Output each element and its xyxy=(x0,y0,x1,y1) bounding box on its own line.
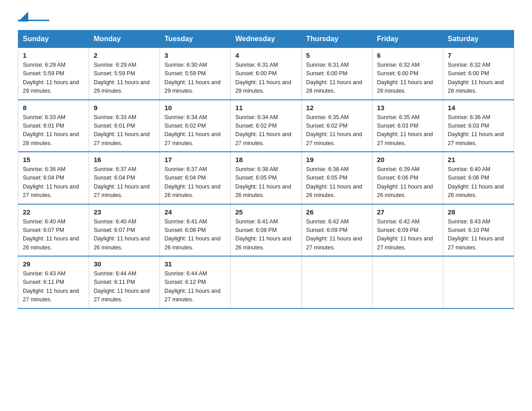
day-info: Sunrise: 6:34 AMSunset: 6:02 PMDaylight:… xyxy=(164,113,226,148)
day-number: 14 xyxy=(448,104,509,111)
calendar-week-row: 1 Sunrise: 6:29 AMSunset: 5:59 PMDayligh… xyxy=(18,48,514,100)
col-header-tuesday: Tuesday xyxy=(160,30,231,48)
day-info: Sunrise: 6:33 AMSunset: 6:01 PMDaylight:… xyxy=(94,113,155,148)
calendar-week-row: 22 Sunrise: 6:40 AMSunset: 6:07 PMDaylig… xyxy=(18,204,514,257)
day-info: Sunrise: 6:31 AMSunset: 6:00 PMDaylight:… xyxy=(306,61,368,96)
day-number: 28 xyxy=(448,208,509,216)
calendar-cell: 3 Sunrise: 6:30 AMSunset: 5:59 PMDayligh… xyxy=(160,48,231,100)
day-number: 21 xyxy=(448,156,509,163)
day-info: Sunrise: 6:34 AMSunset: 6:02 PMDaylight:… xyxy=(235,113,296,148)
day-number: 27 xyxy=(377,208,438,216)
calendar-cell: 8 Sunrise: 6:33 AMSunset: 6:01 PMDayligh… xyxy=(18,100,89,152)
day-info: Sunrise: 6:40 AMSunset: 6:06 PMDaylight:… xyxy=(448,165,509,200)
col-header-monday: Monday xyxy=(89,30,160,48)
day-info: Sunrise: 6:32 AMSunset: 6:00 PMDaylight:… xyxy=(377,61,438,96)
day-number: 18 xyxy=(235,156,296,163)
day-info: Sunrise: 6:43 AMSunset: 6:10 PMDaylight:… xyxy=(448,218,509,253)
day-number: 6 xyxy=(377,51,438,59)
calendar-cell: 17 Sunrise: 6:37 AMSunset: 6:04 PMDaylig… xyxy=(160,152,231,204)
day-info: Sunrise: 6:41 AMSunset: 6:08 PMDaylight:… xyxy=(235,218,296,253)
calendar-cell: 5 Sunrise: 6:31 AMSunset: 6:00 PMDayligh… xyxy=(301,48,372,100)
day-info: Sunrise: 6:42 AMSunset: 6:09 PMDaylight:… xyxy=(306,218,368,253)
col-header-sunday: Sunday xyxy=(18,30,89,48)
day-number: 10 xyxy=(164,104,226,111)
day-number: 30 xyxy=(94,260,155,268)
col-header-thursday: Thursday xyxy=(301,30,372,48)
calendar-cell: 1 Sunrise: 6:29 AMSunset: 5:59 PMDayligh… xyxy=(18,48,89,100)
day-info: Sunrise: 6:44 AMSunset: 6:12 PMDaylight:… xyxy=(164,270,226,304)
calendar-cell: 20 Sunrise: 6:39 AMSunset: 6:06 PMDaylig… xyxy=(372,152,443,204)
calendar-cell: 21 Sunrise: 6:40 AMSunset: 6:06 PMDaylig… xyxy=(443,152,514,204)
day-info: Sunrise: 6:31 AMSunset: 6:00 PMDaylight:… xyxy=(235,61,296,96)
calendar-table: SundayMondayTuesdayWednesdayThursdayFrid… xyxy=(18,30,514,309)
day-number: 15 xyxy=(23,156,84,163)
calendar-cell: 12 Sunrise: 6:35 AMSunset: 6:02 PMDaylig… xyxy=(301,100,372,152)
calendar-week-row: 8 Sunrise: 6:33 AMSunset: 6:01 PMDayligh… xyxy=(18,100,514,152)
day-info: Sunrise: 6:36 AMSunset: 6:04 PMDaylight:… xyxy=(23,165,84,200)
calendar-cell: 14 Sunrise: 6:36 AMSunset: 6:03 PMDaylig… xyxy=(443,100,514,152)
calendar-week-row: 29 Sunrise: 6:43 AMSunset: 6:11 PMDaylig… xyxy=(18,256,514,308)
day-info: Sunrise: 6:30 AMSunset: 5:59 PMDaylight:… xyxy=(164,61,226,96)
day-info: Sunrise: 6:36 AMSunset: 6:03 PMDaylight:… xyxy=(448,113,509,148)
calendar-cell xyxy=(301,256,372,308)
calendar-cell: 7 Sunrise: 6:32 AMSunset: 6:00 PMDayligh… xyxy=(443,48,514,100)
calendar-cell: 27 Sunrise: 6:42 AMSunset: 6:09 PMDaylig… xyxy=(372,204,443,257)
day-number: 25 xyxy=(235,208,296,216)
calendar-cell: 28 Sunrise: 6:43 AMSunset: 6:10 PMDaylig… xyxy=(443,204,514,257)
day-info: Sunrise: 6:44 AMSunset: 6:11 PMDaylight:… xyxy=(94,270,155,304)
col-header-wednesday: Wednesday xyxy=(231,30,301,48)
day-number: 1 xyxy=(23,51,84,59)
calendar-cell: 18 Sunrise: 6:38 AMSunset: 6:05 PMDaylig… xyxy=(231,152,301,204)
calendar-cell xyxy=(443,256,514,308)
calendar-cell: 25 Sunrise: 6:41 AMSunset: 6:08 PMDaylig… xyxy=(231,204,301,257)
day-number: 16 xyxy=(94,156,155,163)
calendar-cell: 9 Sunrise: 6:33 AMSunset: 6:01 PMDayligh… xyxy=(89,100,160,152)
day-number: 12 xyxy=(306,104,368,111)
day-info: Sunrise: 6:40 AMSunset: 6:07 PMDaylight:… xyxy=(94,218,155,253)
calendar-week-row: 15 Sunrise: 6:36 AMSunset: 6:04 PMDaylig… xyxy=(18,152,514,204)
day-info: Sunrise: 6:38 AMSunset: 6:05 PMDaylight:… xyxy=(306,165,368,200)
day-number: 20 xyxy=(377,156,438,163)
day-number: 31 xyxy=(164,260,226,268)
day-number: 5 xyxy=(306,51,368,59)
day-info: Sunrise: 6:42 AMSunset: 6:09 PMDaylight:… xyxy=(377,218,438,253)
calendar-cell: 31 Sunrise: 6:44 AMSunset: 6:12 PMDaylig… xyxy=(160,256,231,308)
calendar-cell: 15 Sunrise: 6:36 AMSunset: 6:04 PMDaylig… xyxy=(18,152,89,204)
day-info: Sunrise: 6:39 AMSunset: 6:06 PMDaylight:… xyxy=(377,165,438,200)
day-info: Sunrise: 6:37 AMSunset: 6:04 PMDaylight:… xyxy=(94,165,155,200)
day-number: 24 xyxy=(164,208,226,216)
day-number: 7 xyxy=(448,51,509,59)
day-info: Sunrise: 6:40 AMSunset: 6:07 PMDaylight:… xyxy=(23,218,84,253)
calendar-cell: 19 Sunrise: 6:38 AMSunset: 6:05 PMDaylig… xyxy=(301,152,372,204)
day-number: 23 xyxy=(94,208,155,216)
day-number: 13 xyxy=(377,104,438,111)
day-info: Sunrise: 6:32 AMSunset: 6:00 PMDaylight:… xyxy=(448,61,509,96)
day-number: 8 xyxy=(23,104,84,111)
day-info: Sunrise: 6:37 AMSunset: 6:04 PMDaylight:… xyxy=(164,165,226,200)
calendar-cell xyxy=(231,256,301,308)
page-header xyxy=(18,13,514,21)
day-info: Sunrise: 6:33 AMSunset: 6:01 PMDaylight:… xyxy=(23,113,84,148)
calendar-cell: 26 Sunrise: 6:42 AMSunset: 6:09 PMDaylig… xyxy=(301,204,372,257)
col-header-friday: Friday xyxy=(372,30,443,48)
day-info: Sunrise: 6:29 AMSunset: 5:59 PMDaylight:… xyxy=(94,61,155,96)
day-info: Sunrise: 6:38 AMSunset: 6:05 PMDaylight:… xyxy=(235,165,296,200)
day-info: Sunrise: 6:41 AMSunset: 6:08 PMDaylight:… xyxy=(164,218,226,253)
day-info: Sunrise: 6:35 AMSunset: 6:02 PMDaylight:… xyxy=(306,113,368,148)
calendar-cell xyxy=(372,256,443,308)
calendar-cell: 24 Sunrise: 6:41 AMSunset: 6:08 PMDaylig… xyxy=(160,204,231,257)
day-number: 4 xyxy=(235,51,296,59)
col-header-saturday: Saturday xyxy=(443,30,514,48)
calendar-cell: 10 Sunrise: 6:34 AMSunset: 6:02 PMDaylig… xyxy=(160,100,231,152)
calendar-cell: 29 Sunrise: 6:43 AMSunset: 6:11 PMDaylig… xyxy=(18,256,89,308)
logo xyxy=(18,13,50,21)
calendar-cell: 23 Sunrise: 6:40 AMSunset: 6:07 PMDaylig… xyxy=(89,204,160,257)
calendar-cell: 6 Sunrise: 6:32 AMSunset: 6:00 PMDayligh… xyxy=(372,48,443,100)
calendar-cell: 11 Sunrise: 6:34 AMSunset: 6:02 PMDaylig… xyxy=(231,100,301,152)
day-number: 19 xyxy=(306,156,368,163)
day-number: 22 xyxy=(23,208,84,216)
day-number: 29 xyxy=(23,260,84,268)
day-info: Sunrise: 6:35 AMSunset: 6:03 PMDaylight:… xyxy=(377,113,438,148)
calendar-cell: 13 Sunrise: 6:35 AMSunset: 6:03 PMDaylig… xyxy=(372,100,443,152)
calendar-cell: 22 Sunrise: 6:40 AMSunset: 6:07 PMDaylig… xyxy=(18,204,89,257)
